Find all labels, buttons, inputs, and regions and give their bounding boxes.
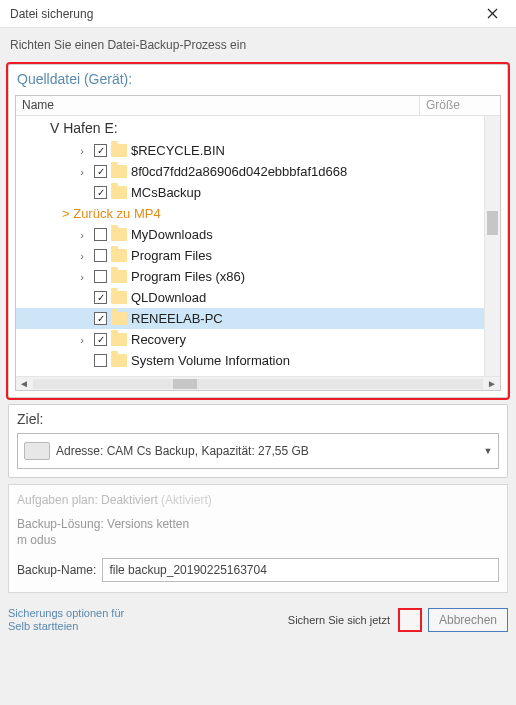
tree-row-label: $RECYCLE.BIN (131, 143, 225, 158)
tree-row[interactable]: ›MyDownloads (16, 224, 484, 245)
destination-select[interactable]: Adresse: CAM Cs Backup, Kapazität: 27,55… (17, 433, 499, 469)
checkbox[interactable] (94, 165, 107, 178)
folder-icon (111, 144, 127, 157)
tree-row[interactable]: ›$RECYCLE.BIN (16, 140, 484, 161)
close-icon (487, 8, 498, 19)
tree-row-label: RENEELAB-PC (131, 311, 223, 326)
folder-icon (111, 228, 127, 241)
horizontal-scrollbar[interactable]: ◄ ► (16, 376, 500, 390)
solution-line: Backup-Lösung: Versions ketten m odus (17, 517, 197, 548)
tree-row-label: MCsBackup (131, 185, 201, 200)
backup-name-row: Backup-Name: (17, 558, 499, 582)
folder-icon (111, 249, 127, 262)
self-start-options-link[interactable]: Sicherungs optionen für Selb startteien (8, 607, 138, 633)
save-button[interactable] (398, 608, 422, 632)
save-now-label: Sichern Sie sich jetzt (288, 614, 390, 626)
expander-icon[interactable]: › (76, 229, 88, 241)
folder-icon (111, 165, 127, 178)
destination-title: Ziel: (9, 405, 507, 429)
backup-name-label: Backup-Name: (17, 563, 96, 577)
tree-row[interactable]: ›Program Files (16, 245, 484, 266)
file-list-body: V Hafen E: ›$RECYCLE.BIN›8f0cd7fdd2a8690… (16, 116, 484, 376)
folder-icon (111, 333, 127, 346)
expander-icon[interactable]: › (76, 334, 88, 346)
source-title: Quelldatei (Gerät): (9, 65, 507, 91)
folder-icon (111, 186, 127, 199)
hdd-icon (24, 442, 50, 460)
folder-icon (111, 291, 127, 304)
vertical-scrollbar[interactable] (484, 116, 500, 376)
scroll-right-icon[interactable]: ► (487, 378, 497, 389)
checkbox[interactable] (94, 270, 107, 283)
tree-row[interactable]: ›Program Files (x86) (16, 266, 484, 287)
checkbox[interactable] (94, 186, 107, 199)
checkbox[interactable] (94, 354, 107, 367)
window-title: Datei sicherung (10, 7, 93, 21)
cancel-button[interactable]: Abbrechen (428, 608, 508, 632)
tree-row[interactable]: QLDownload (16, 287, 484, 308)
checkbox[interactable] (94, 291, 107, 304)
hscroll-thumb[interactable] (173, 379, 197, 389)
folder-icon (111, 312, 127, 325)
close-button[interactable] (474, 2, 510, 26)
footer: Sicherungs optionen für Selb startteien … (0, 599, 516, 633)
backup-name-input[interactable] (102, 558, 499, 582)
column-name[interactable]: Name (16, 96, 420, 115)
titlebar: Datei sicherung (0, 0, 516, 28)
tree-row-label: 8f0cd7fdd2a86906d042ebbbfaf1d668 (131, 164, 347, 179)
tree-row-label: Recovery (131, 332, 186, 347)
back-link[interactable]: > Zurück zu MP4 (16, 203, 484, 224)
destination-panel: Ziel: Adresse: CAM Cs Backup, Kapazität:… (8, 404, 508, 478)
scroll-left-icon[interactable]: ◄ (19, 378, 29, 389)
checkbox[interactable] (94, 228, 107, 241)
tree-row-label: MyDownloads (131, 227, 213, 242)
tree-row[interactable]: System Volume Information (16, 350, 484, 371)
column-size[interactable]: Größe (420, 96, 500, 115)
chevron-down-icon: ▼ (478, 446, 498, 456)
expander-icon[interactable]: › (76, 250, 88, 262)
expander-icon[interactable]: › (76, 145, 88, 157)
schedule-status: Deaktiviert (101, 493, 158, 507)
checkbox[interactable] (94, 312, 107, 325)
tree-row[interactable]: RENEELAB-PC (16, 308, 484, 329)
folder-icon (111, 270, 127, 283)
schedule-prefix: Aufgaben plan: (17, 493, 101, 507)
hscroll-track[interactable] (33, 379, 483, 389)
checkbox[interactable] (94, 333, 107, 346)
checkbox[interactable] (94, 144, 107, 157)
folder-icon (111, 354, 127, 367)
tree-row[interactable]: ›8f0cd7fdd2a86906d042ebbbfaf1d668 (16, 161, 484, 182)
file-list-area: Name Größe V Hafen E: ›$RECYCLE.BIN›8f0c… (15, 95, 501, 391)
schedule-line: Aufgaben plan: Deaktiviert (Aktiviert) (17, 493, 499, 507)
file-list-header: Name Größe (16, 96, 500, 116)
source-panel: Quelldatei (Gerät): Name Größe V Hafen E… (8, 64, 508, 398)
drive-label[interactable]: V Hafen E: (16, 116, 484, 140)
tree-row-label: Program Files (x86) (131, 269, 245, 284)
info-panel: Aufgaben plan: Deaktiviert (Aktiviert) B… (8, 484, 508, 593)
vertical-scroll-thumb[interactable] (487, 211, 498, 235)
tree-row-label: Program Files (131, 248, 212, 263)
destination-text: Adresse: CAM Cs Backup, Kapazität: 27,55… (56, 444, 478, 458)
tree-row-label: QLDownload (131, 290, 206, 305)
subheader-text: Richten Sie einen Datei-Backup-Prozess e… (0, 28, 516, 58)
tree-row[interactable]: ›Recovery (16, 329, 484, 350)
checkbox[interactable] (94, 249, 107, 262)
tree-row-label: System Volume Information (131, 353, 290, 368)
expander-icon[interactable]: › (76, 271, 88, 283)
expander-icon[interactable]: › (76, 166, 88, 178)
tree-row[interactable]: MCsBackup (16, 182, 484, 203)
schedule-action[interactable]: (Aktiviert) (161, 493, 212, 507)
